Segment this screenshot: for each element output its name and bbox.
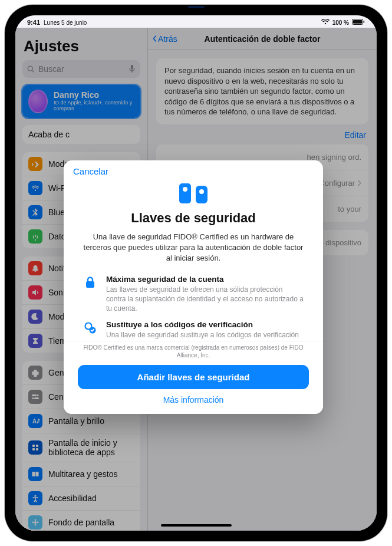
- feature-max-security: Máxima seguridad de la cuenta Las llaves…: [83, 275, 304, 314]
- battery-icon: [352, 19, 365, 26]
- status-date: Lunes 5 de junio: [44, 19, 87, 26]
- cancel-button[interactable]: Cancelar: [73, 166, 108, 176]
- more-info-button[interactable]: Más información: [78, 395, 309, 404]
- feature-title: Sustituye a los códigos de verificación: [106, 320, 304, 329]
- svg-rect-2: [364, 21, 365, 23]
- feature-body: Una llave de seguridad sustituye a los c…: [106, 330, 304, 341]
- feature-body: Las llaves de seguridad te ofrecen una s…: [106, 285, 304, 314]
- battery-percent: 100 %: [332, 19, 349, 26]
- status-bar: 9:41 Lunes 5 de junio 100 %: [15, 15, 377, 28]
- sheet-title: Llaves de seguridad: [83, 210, 304, 226]
- security-keys-sheet: Cancelar Llaves de seguridad Una llave d…: [64, 160, 323, 414]
- feature-replaces-codes: Sustituye a los códigos de verificación …: [83, 320, 304, 341]
- add-security-keys-button[interactable]: Añadir llaves de seguridad: [78, 365, 309, 389]
- security-key-icon: [83, 183, 304, 203]
- wifi-icon: [321, 19, 330, 26]
- svg-rect-25: [86, 281, 94, 288]
- feature-title: Máxima seguridad de la cuenta: [106, 275, 304, 284]
- device-camera: [188, 6, 205, 8]
- sheet-intro: Una llave de seguridad FIDO® Certified e…: [83, 232, 304, 264]
- status-time: 9:41: [27, 19, 40, 26]
- home-indicator[interactable]: [161, 524, 232, 527]
- key-check-icon: [83, 320, 98, 341]
- lock-icon: [83, 275, 98, 314]
- fineprint: FIDO® Certified es una marca comercial (…: [78, 344, 309, 359]
- svg-rect-1: [353, 20, 362, 24]
